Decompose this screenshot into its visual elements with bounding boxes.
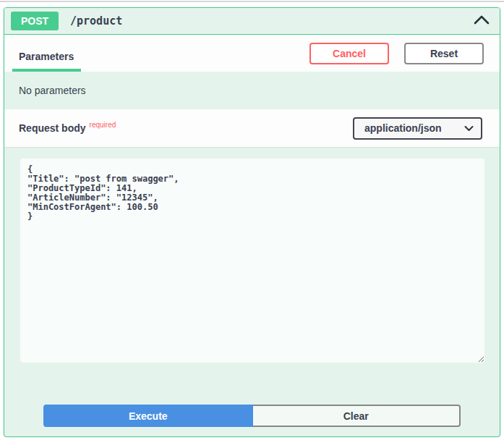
request-body-editor-section: { "Title": "post from swagger", "Product… [4,147,500,427]
reset-button[interactable]: Reset [404,43,484,64]
parameters-header-buttons: Cancel Reset [309,43,484,64]
media-type-select[interactable]: application/json [353,117,482,140]
request-body-title: Request body [19,122,86,134]
tab-parameters[interactable]: Parameters [12,51,81,72]
collapse-button[interactable] [472,13,491,29]
operation-summary[interactable]: POST /product [4,8,500,35]
endpoint-path: /product [70,14,122,28]
chevron-down-icon [464,122,474,134]
clear-button[interactable]: Clear [253,405,461,427]
method-badge: POST [11,12,59,30]
request-body-textarea[interactable]: { "Title": "post from swagger", "Product… [20,158,484,363]
no-parameters-message: No parameters [4,72,500,109]
execute-button-group: Execute Clear [43,405,461,427]
parameters-section-header: Parameters Cancel Reset [4,35,500,72]
request-body-title-group: Request bodyrequired [19,122,116,135]
required-badge: required [86,121,116,129]
execute-button[interactable]: Execute [43,405,253,427]
operation-block-post-product: POST /product Parameters Cancel Reset No… [4,7,500,437]
chevron-up-icon [474,14,490,28]
page-top-divider [0,1,504,2]
cancel-button[interactable]: Cancel [309,43,389,64]
request-body-header: Request bodyrequired application/json [4,109,500,147]
media-type-value: application/json [364,122,442,134]
